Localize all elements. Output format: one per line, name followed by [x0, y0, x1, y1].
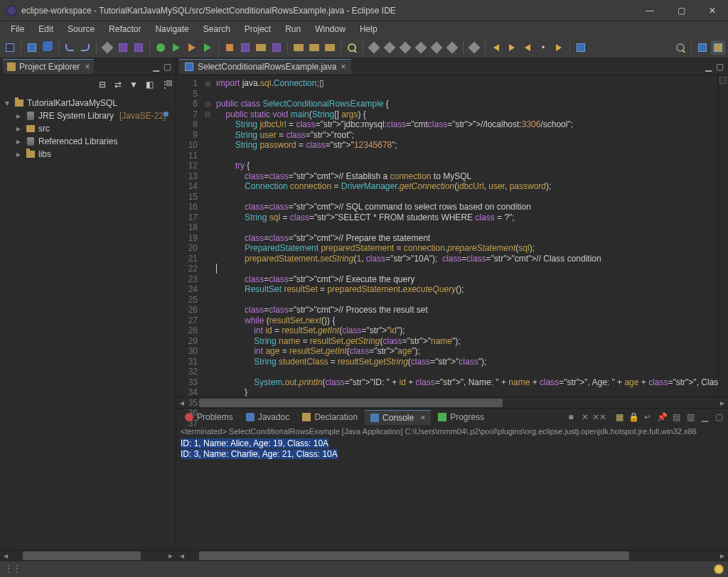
display-console-button[interactable]: ▤: [670, 411, 682, 424]
new-java-button[interactable]: [238, 41, 252, 55]
tab-javadoc[interactable]: Javadoc: [240, 410, 296, 424]
remove-launch-button[interactable]: ✕: [579, 411, 592, 424]
close-icon[interactable]: ×: [85, 62, 90, 72]
ext-tools-button[interactable]: [223, 41, 237, 55]
tree-item-jre[interactable]: ▸ JRE System Library [JavaSE-22]: [0, 109, 176, 122]
menu-help[interactable]: Help: [353, 23, 384, 36]
menu-source[interactable]: Source: [61, 23, 101, 36]
redo-button[interactable]: [78, 41, 92, 55]
pin-console-button[interactable]: 📌: [655, 411, 668, 424]
debug-button[interactable]: [154, 41, 168, 55]
maximize-bottom-button[interactable]: ▢: [712, 411, 725, 424]
annotation-nav-button[interactable]: [367, 41, 381, 55]
search-button[interactable]: [345, 41, 359, 55]
last-edit-button[interactable]: •: [536, 41, 550, 55]
open-type-button[interactable]: [291, 41, 306, 55]
open-perspective-button[interactable]: [695, 41, 710, 55]
scroll-lock-button[interactable]: 🔒: [627, 411, 640, 424]
menu-window[interactable]: Window: [309, 23, 352, 36]
build-all-button[interactable]: [132, 41, 146, 55]
run-button[interactable]: [169, 41, 183, 55]
tab-console[interactable]: Console×: [365, 410, 431, 425]
nav-forward-button[interactable]: [552, 41, 566, 55]
project-explorer-tab[interactable]: Project Explorer ×: [3, 59, 94, 74]
coverage-button[interactable]: [185, 41, 199, 55]
build-button[interactable]: [116, 41, 130, 55]
toggle-word-wrap-button[interactable]: [429, 41, 444, 55]
maximize-button[interactable]: ▢: [665, 0, 697, 21]
close-icon[interactable]: ×: [341, 62, 346, 72]
menu-refactor[interactable]: Refactor: [102, 23, 147, 36]
status-grip-icon: ⋮⋮: [4, 563, 16, 575]
minimize-view-button[interactable]: ▁: [150, 61, 161, 72]
show-whitespace-button[interactable]: [414, 41, 428, 55]
minimize-bottom-button[interactable]: ▁: [698, 411, 711, 424]
clear-console-button[interactable]: ▦: [613, 411, 626, 424]
editor-hscroll[interactable]: ◂ ▸: [176, 397, 728, 408]
tip-of-day-icon[interactable]: [714, 564, 724, 574]
tree-project-root[interactable]: ▾ TutorialKartJavaMySQL: [0, 97, 176, 109]
overview-ruler[interactable]: [718, 75, 728, 397]
console-hscroll-thumb[interactable]: [199, 551, 629, 560]
chevron-right-icon: ▸: [14, 124, 23, 134]
menu-run[interactable]: Run: [279, 23, 307, 36]
save-all-button[interactable]: [41, 41, 55, 55]
toggle-mark-button[interactable]: [382, 41, 397, 55]
toggle-button[interactable]: [100, 41, 114, 55]
menu-edit[interactable]: Edit: [32, 23, 60, 36]
menu-project[interactable]: Project: [238, 23, 277, 36]
quick-access-button[interactable]: [673, 41, 687, 55]
open-task-button[interactable]: [307, 41, 321, 55]
word-wrap-button[interactable]: ↵: [641, 411, 654, 424]
open-console-button[interactable]: ▥: [684, 411, 697, 424]
run-last-button[interactable]: [200, 41, 215, 55]
pin-button[interactable]: [467, 41, 481, 55]
filter-button[interactable]: ▼: [127, 78, 140, 91]
tab-declaration[interactable]: Declaration: [296, 410, 363, 424]
tree-item-referenced-libraries[interactable]: ▸ Referenced Libraries: [0, 135, 176, 148]
new-class-button[interactable]: [269, 41, 284, 55]
pe-hscroll-thumb[interactable]: [23, 551, 141, 560]
minimize-button[interactable]: —: [634, 0, 665, 21]
open-resource-button[interactable]: [323, 41, 337, 55]
code-body[interactable]: import java.sql.Connection;▯public class…: [213, 75, 718, 397]
new-package-button[interactable]: [254, 41, 268, 55]
fold-column[interactable]: ⊞⊟⊟: [202, 75, 213, 397]
save-button[interactable]: [25, 41, 39, 55]
console-icon: [370, 414, 379, 422]
code-editor[interactable]: 1 5 6 7 891011 12131415 16171819 2021222…: [176, 75, 728, 397]
link-editor-button[interactable]: ⇄: [112, 78, 124, 91]
menu-file[interactable]: File: [4, 23, 31, 36]
tree-item-libs[interactable]: ▸ libs: [0, 148, 176, 161]
editor-tab[interactable]: SelectConditionalRowsExample.java ×: [179, 59, 351, 74]
eclipse-icon: [6, 5, 17, 16]
toggle-breadcrumb-button[interactable]: [445, 41, 459, 55]
tree-item-src[interactable]: ▸ src: [0, 122, 176, 135]
close-icon[interactable]: ×: [420, 413, 425, 423]
new-button[interactable]: [3, 41, 17, 55]
maximize-view-button[interactable]: ▢: [161, 61, 173, 72]
forward-button[interactable]: [505, 41, 519, 55]
tab-progress[interactable]: Progress: [432, 410, 490, 424]
toggle-block-button[interactable]: [398, 41, 412, 55]
undo-button[interactable]: [63, 41, 77, 55]
close-button[interactable]: ✕: [697, 0, 728, 21]
console-output[interactable]: ID: 1, Name: Alice, Age: 19, Class: 10A …: [176, 437, 728, 550]
java-file-icon: [185, 63, 193, 71]
remove-all-button[interactable]: ✕✕: [593, 411, 606, 424]
menu-navigate[interactable]: Navigate: [149, 23, 195, 36]
maximize-editor-button[interactable]: ▢: [714, 61, 725, 72]
java-perspective-button[interactable]: [711, 41, 725, 55]
back-button[interactable]: [489, 41, 503, 55]
title-bar: eclipse-workspace - TutorialKartJavaMySQ…: [0, 0, 728, 21]
toolbar-separator: [463, 41, 464, 54]
project-explorer-icon: [7, 63, 16, 71]
project-icon: [15, 99, 23, 107]
nav-back-button[interactable]: [520, 41, 535, 55]
focus-button[interactable]: ◧: [143, 78, 156, 91]
collapse-all-button[interactable]: ⊟: [96, 78, 109, 91]
pin-editor-button[interactable]: [574, 41, 588, 55]
minimize-editor-button[interactable]: ▁: [702, 61, 714, 72]
terminate-button[interactable]: ■: [564, 411, 577, 424]
menu-search[interactable]: Search: [197, 23, 237, 36]
